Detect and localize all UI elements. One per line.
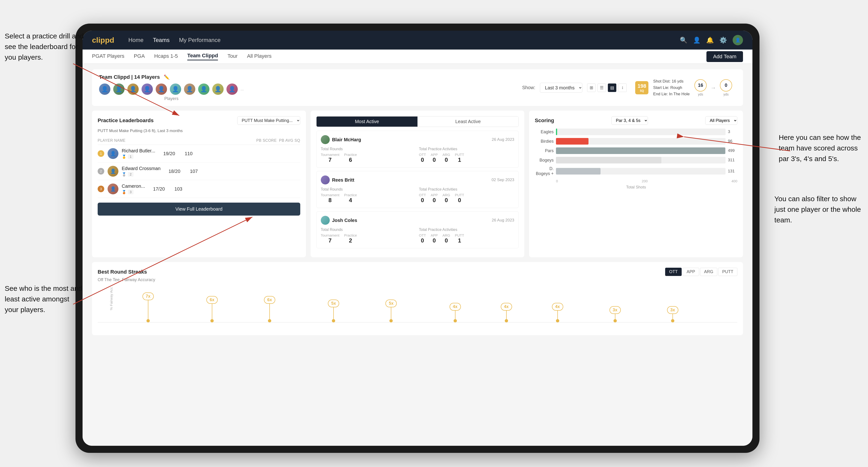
lb-badge-2: 2 <box>128 172 133 177</box>
streak-line-3 <box>269 304 270 319</box>
streaks-tab-putt[interactable]: PUTT <box>718 268 737 276</box>
user-avatar[interactable]: 👤 <box>733 35 743 45</box>
player-avatar-6[interactable]: 👤 <box>170 84 181 95</box>
grid-view-icon[interactable]: ⊞ <box>587 84 596 92</box>
streak-line-1 <box>148 300 148 319</box>
player-avatar-2[interactable]: 👤 <box>113 84 125 95</box>
streaks-title: Best Round Streaks <box>98 269 147 275</box>
scoring-card-header: Scoring Par 3, 4 & 5s All Players <box>535 116 737 125</box>
subnav-all-players[interactable]: All Players <box>247 53 272 60</box>
team-title-row: Team Clippd | 14 Players ✏️ <box>99 74 244 80</box>
player-avatar-5[interactable]: 👤 <box>156 84 167 95</box>
pac-avatar-1 <box>321 135 330 144</box>
pac-avatar-3 <box>321 216 330 225</box>
bar-row-pars: Pars 499 <box>535 148 737 154</box>
streak-dot-2: 6x <box>206 296 218 322</box>
view-full-leaderboard-button[interactable]: View Full Leaderboard <box>98 203 300 216</box>
streak-dot-5: 5x <box>385 300 397 322</box>
list-view-icon[interactable]: ☰ <box>597 84 606 92</box>
bar-row-birdies: Birdies 96 <box>535 138 737 145</box>
person-icon-9: 👤 <box>214 86 221 92</box>
tab-least-active[interactable]: Least Active <box>417 117 519 127</box>
streaks-tab-app[interactable]: APP <box>683 268 699 276</box>
pac-header-1: Blair McHarg 26 Aug 2023 <box>321 135 515 144</box>
pac-stat-row-2a: Tournament 8 Practice 4 <box>321 193 416 204</box>
streak-dot-6: 4x <box>450 303 461 322</box>
person-icon-5: 👤 <box>158 86 165 92</box>
table-row: 3 👤 Cameron... 🥉 3 17/20 103 <box>98 180 300 198</box>
nav-performance[interactable]: My Performance <box>179 37 220 43</box>
player-avatar-1[interactable]: 👤 <box>99 84 111 95</box>
nav-teams[interactable]: Teams <box>153 37 169 43</box>
pac-stat-row-2b: OTT 0 APP 0 ARG 0 <box>419 193 514 204</box>
avatar-person-2: 👤 <box>107 166 118 177</box>
subnav-pgat[interactable]: PGAT Players <box>92 53 124 60</box>
subnav-pga[interactable]: PGA <box>134 53 145 60</box>
scoring-card: Scoring Par 3, 4 & 5s All Players Eagles <box>529 111 743 257</box>
three-col-section: Practice Leaderboards PUTT Must Make Put… <box>92 111 743 257</box>
leaderboards-title: Practice Leaderboards <box>98 118 154 124</box>
pac-putt-1: PUTT 1 <box>455 153 464 163</box>
nav-home[interactable]: Home <box>128 37 144 43</box>
profile-icon[interactable]: 👤 <box>693 36 701 44</box>
edit-icon[interactable]: ✏️ <box>164 74 169 80</box>
pac-stat-group-1a: Total Rounds Tournament 7 Practice 6 <box>321 147 416 163</box>
tab-most-active[interactable]: Most Active <box>316 117 417 127</box>
shot-badge: 198 SQ <box>635 81 648 94</box>
pac-app-2: APP 0 <box>431 193 438 204</box>
pac-header-2: Rees Britt 02 Sep 2023 <box>321 176 515 184</box>
y-axis-label: % Fairway Accuracy <box>109 287 113 310</box>
add-team-button[interactable]: Add Team <box>706 51 743 62</box>
players-label: Players <box>99 96 244 101</box>
bar-row-eagles: Eagles 3 <box>535 129 737 135</box>
pac-tournament-1: Tournament 7 <box>321 153 339 163</box>
pac-tournament-3: Tournament 7 <box>321 233 339 244</box>
streak-badge-9: 3x <box>610 306 621 314</box>
drill-select[interactable]: PUTT Must Make Putting... <box>237 116 300 125</box>
pac-stat-row-3a: Tournament 7 Practice 2 <box>321 233 416 244</box>
pac-ott-3: OTT 0 <box>419 233 426 244</box>
nav-items: Home Teams My Performance <box>128 37 680 43</box>
players-filter-select[interactable]: All Players <box>705 116 737 125</box>
bar-fill-eagles <box>556 129 557 135</box>
subnav-team-clippd[interactable]: Team Clippd <box>187 53 218 60</box>
rank-badge-2: 2 <box>98 168 104 175</box>
lb-avatar-1: 👤 <box>107 148 118 159</box>
pac-player-2: Rees Britt <box>321 176 354 184</box>
bar-row-bogeys: Bogeys 311 <box>535 157 737 163</box>
streak-baseline <box>98 322 737 322</box>
card-view-icon[interactable]: ▤ <box>608 84 616 92</box>
pac-stat-group-1b: Total Practice Activities OTT 0 APP 0 <box>419 147 514 163</box>
streak-badge-5: 5x <box>385 300 397 307</box>
bar-row-dbogeys: D. Bogeys + 131 <box>535 166 737 176</box>
subnav-tour[interactable]: Tour <box>227 53 238 60</box>
main-content: Team Clippd | 14 Players ✏️ 👤 👤 👤 👤 👤 👤 … <box>83 64 752 446</box>
subnav-hcaps[interactable]: Hcaps 1-5 <box>154 53 178 60</box>
search-icon[interactable]: 🔍 <box>680 36 687 44</box>
par-filter-select[interactable]: Par 3, 4 & 5s <box>611 116 648 125</box>
lb-avatar-2: 👤 <box>107 166 118 177</box>
streaks-tab-ott[interactable]: OTT <box>665 268 682 276</box>
bell-icon[interactable]: 🔔 <box>706 36 714 44</box>
player-avatar-4[interactable]: 👤 <box>142 84 153 95</box>
lb-avatar-3: 👤 <box>107 184 118 194</box>
pac-stats-1: Total Rounds Tournament 7 Practice 6 <box>321 147 515 163</box>
streak-circle-4 <box>332 319 335 322</box>
streak-badge-4: 5x <box>328 300 339 307</box>
sort-icon[interactable]: ↕ <box>618 84 627 92</box>
drill-subtitle: PUTT Must Make Putting (3-6 ft), Last 3 … <box>98 129 300 133</box>
pac-arg-3: ARG 0 <box>442 233 450 244</box>
settings-icon[interactable]: ⚙️ <box>719 36 727 44</box>
player-avatar-8[interactable]: 👤 <box>198 84 210 95</box>
total-shots-label: Total Shots <box>535 185 737 190</box>
player-avatar-3[interactable]: 👤 <box>127 84 139 95</box>
player-avatar-9[interactable]: 👤 <box>212 84 224 95</box>
show-select[interactable]: Last 3 months Last 6 months Last year <box>540 83 582 93</box>
ipad-screen: clippd Home Teams My Performance 🔍 👤 🔔 ⚙… <box>83 31 752 446</box>
streak-dot-7: 4x <box>501 303 512 322</box>
player-avatar-7[interactable]: 👤 <box>184 84 195 95</box>
streaks-tab-arg[interactable]: ARG <box>700 268 717 276</box>
player-avatar-10[interactable]: 👤 <box>226 84 238 95</box>
team-header: Team Clippd | 14 Players ✏️ 👤 👤 👤 👤 👤 👤 … <box>92 69 743 106</box>
streaks-header: Best Round Streaks OTT APP ARG PUTT <box>98 268 737 276</box>
